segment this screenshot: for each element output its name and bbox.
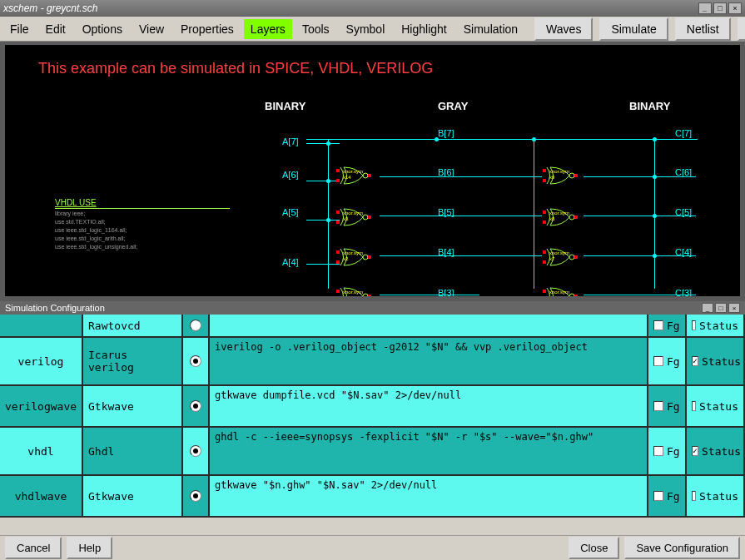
cell-status[interactable]: Status <box>687 386 745 426</box>
cell-status[interactable]: Status <box>687 315 745 336</box>
table-row: verilogwave Gtkwave gtkwave dumpfile.vcd… <box>0 386 745 428</box>
simconf-close-icon[interactable]: × <box>728 303 740 313</box>
simconf-table: Rawtovcd Fg Status verilog Icarus verilo… <box>0 315 745 535</box>
simulate-button[interactable]: Simulate <box>599 17 668 41</box>
cell-fg[interactable]: Fg <box>648 476 687 516</box>
cell-tool: Rawtovcd <box>83 315 183 336</box>
cell-cmd[interactable]: gtkwave "$n.ghw" "$N.sav" 2>/dev/null <box>210 476 648 516</box>
vhdl-line: use ieee.std_logic_arith.all; <box>55 235 230 242</box>
help-button[interactable]: Help <box>738 17 745 41</box>
save-config-button[interactable]: Save Configuration <box>624 537 740 559</box>
simconf-minimize-icon[interactable]: _ <box>702 303 713 313</box>
cell-fg[interactable]: Fg <box>648 315 687 336</box>
cell-type <box>0 315 83 336</box>
gate-x8: xnor.symx8 <box>544 207 578 227</box>
cell-radio[interactable] <box>183 315 210 336</box>
canvas-title: This example can be simulated in SPICE, … <box>38 60 433 77</box>
cell-type: vhdl <box>0 428 83 474</box>
vhdl-block: VHDL USE library ieee; use std.TEXTIO.al… <box>55 198 230 250</box>
col-binary1: BINARY <box>265 100 305 112</box>
signal-b7: B[7] <box>438 128 454 138</box>
table-row: verilog Icarus verilog iverilog -o .veri… <box>0 338 745 386</box>
vhdl-header: VHDL USE <box>55 198 230 209</box>
cell-fg[interactable]: Fg <box>648 386 687 426</box>
signal-a4: A[4] <box>282 257 299 267</box>
cell-cmd[interactable] <box>210 315 648 336</box>
cell-radio[interactable] <box>183 476 210 516</box>
vhdl-line: use std.TEXTIO.all; <box>55 218 230 225</box>
simconf-title-text: Simulation Configuration <box>5 303 105 313</box>
gate-x14: xnor.symx14 <box>338 166 371 186</box>
menubar: File Edit Options View Properties Layers… <box>0 17 745 42</box>
schematic-canvas[interactable]: This example can be simulated in SPICE, … <box>0 42 745 301</box>
table-row: vhdl Ghdl ghdl -c --ieee=synopsys -fexpl… <box>0 428 745 476</box>
vhdl-line: use ieee.std_logic_unsigned.all; <box>55 243 230 250</box>
close-button[interactable]: × <box>728 2 742 14</box>
cell-fg[interactable]: Fg <box>648 428 687 474</box>
cell-tool: Gtkwave <box>83 476 183 516</box>
cell-status[interactable]: Status <box>687 476 745 516</box>
cell-tool: Gtkwave <box>83 386 183 426</box>
menu-options[interactable]: Options <box>76 19 129 39</box>
simconf-footer: Cancel Help Close Save Configuration <box>0 535 745 560</box>
cell-fg[interactable]: Fg <box>648 338 687 384</box>
cell-tool: Icarus verilog <box>83 338 183 384</box>
menu-layers[interactable]: Layers <box>244 19 292 39</box>
cell-status[interactable]: ✓Status <box>687 338 745 384</box>
vhdl-line: use ieee.std_logic_1164.all; <box>55 226 230 234</box>
menu-tools[interactable]: Tools <box>296 19 336 39</box>
vhdl-line: library ieee; <box>55 210 230 217</box>
menu-edit[interactable]: Edit <box>39 19 72 39</box>
table-row: Rawtovcd Fg Status <box>0 315 745 338</box>
menu-symbol[interactable]: Symbol <box>340 19 392 39</box>
window-title: xschem - greycnt.sch <box>3 2 698 14</box>
cell-tool: Ghdl <box>83 428 183 474</box>
netlist-button[interactable]: Netlist <box>675 17 731 41</box>
col-binary2: BINARY <box>629 100 670 112</box>
signal-c3: C[3] <box>675 288 692 298</box>
gate-x2: xnor.symx2 <box>338 247 371 267</box>
menu-properties[interactable]: Properties <box>174 19 241 39</box>
maximize-button[interactable]: □ <box>713 2 727 14</box>
signal-a6: A[6] <box>282 170 299 180</box>
help-button[interactable]: Help <box>67 537 112 559</box>
cell-type: verilogwave <box>0 386 83 426</box>
gate-x9: xnor.symx9 <box>544 166 578 186</box>
signal-b3: B[3] <box>438 288 454 298</box>
simconf-titlebar: Simulation Configuration _ □ × <box>0 301 745 315</box>
cell-radio[interactable] <box>183 386 210 426</box>
cell-radio[interactable] <box>183 428 210 474</box>
minimize-button[interactable]: _ <box>698 2 712 14</box>
signal-a5: A[5] <box>282 207 299 217</box>
dot-grid <box>5 45 740 296</box>
simconf-panel: Rawtovcd Fg Status verilog Icarus verilo… <box>0 315 745 560</box>
menu-view[interactable]: View <box>132 19 171 39</box>
close-button[interactable]: Close <box>569 537 619 559</box>
cancel-button[interactable]: Cancel <box>5 537 62 559</box>
cell-type: verilog <box>0 338 83 384</box>
menu-file[interactable]: File <box>3 19 36 39</box>
signal-a7: A[7] <box>282 136 299 146</box>
cell-radio[interactable] <box>183 338 210 384</box>
col-gray: GRAY <box>438 100 468 112</box>
cell-status[interactable]: ✓Status <box>687 428 745 474</box>
waves-button[interactable]: Waves <box>534 17 593 41</box>
gate-x3: xnor.symx3 <box>338 207 371 227</box>
signal-c7: C[7] <box>675 128 692 138</box>
gate-x7: xnor.symx7 <box>544 247 578 267</box>
cell-cmd[interactable]: gtkwave dumpfile.vcd "$N.sav" 2>/dev/nul… <box>210 386 648 426</box>
cell-cmd[interactable]: ghdl -c --ieee=synopsys -fexplicit "$N" … <box>210 428 648 474</box>
gate-right5: xnor.sym <box>544 286 578 301</box>
simconf-maximize-icon[interactable]: □ <box>715 303 727 313</box>
main-titlebar: xschem - greycnt.sch _ □ × <box>0 0 745 17</box>
cell-type: vhdlwave <box>0 476 83 516</box>
table-row: vhdlwave Gtkwave gtkwave "$n.ghw" "$N.sa… <box>0 476 745 518</box>
gate-left4: xnor.sym <box>338 286 371 301</box>
cell-cmd[interactable]: iverilog -o .verilog_object -g2012 "$N" … <box>210 338 648 384</box>
menu-highlight[interactable]: Highlight <box>395 19 453 39</box>
menu-simulation[interactable]: Simulation <box>457 19 524 39</box>
